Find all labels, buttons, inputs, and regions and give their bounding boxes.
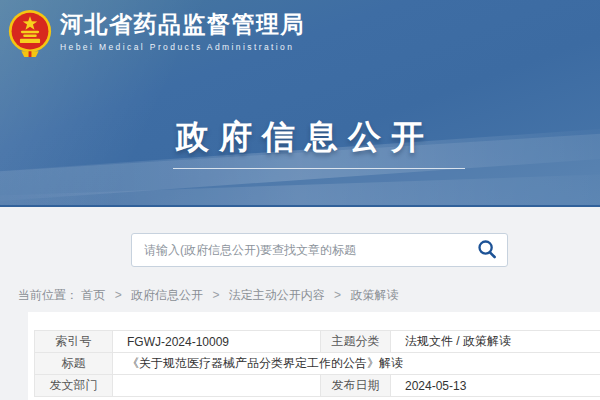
search-input[interactable]: [132, 234, 467, 266]
table-row: 发文部门 发布日期 2024-05-13: [35, 375, 600, 397]
document-card: 索引号 FGWJ-2024-10009 主题分类 法规文件 / 政策解读 标题 …: [28, 312, 600, 400]
breadcrumb: 当前位置： 首页 > 政府信息公开 > 法定主动公开内容 > 政策解读: [18, 287, 600, 304]
breadcrumb-item-statutory-disclosure[interactable]: 法定主动公开内容: [229, 288, 325, 302]
subject-category-label: 主题分类: [321, 331, 391, 353]
national-emblem-icon: [7, 9, 53, 63]
title-label: 标题: [35, 353, 113, 375]
breadcrumb-label: 当前位置：: [18, 288, 78, 302]
issuing-department-value: [113, 375, 321, 397]
issuing-department-label: 发文部门: [35, 375, 113, 397]
site-title-english: Hebei Medical Products Administration: [60, 42, 305, 52]
banner-wave-decor: [0, 173, 600, 207]
table-row: 标题 《关于规范医疗器械产品分类界定工作的公告》解读: [35, 353, 600, 375]
publish-date-value: 2024-05-13: [391, 375, 600, 397]
table-row: 索引号 FGWJ-2024-10009 主题分类 法规文件 / 政策解读: [35, 331, 600, 353]
banner-divider: [173, 168, 465, 169]
search-section: [0, 207, 600, 267]
breadcrumb-separator: >: [334, 288, 341, 302]
title-value[interactable]: 《关于规范医疗器械产品分类界定工作的公告》解读: [113, 353, 600, 375]
page-banner: 河北省药品监督管理局 Hebei Medical Products Admini…: [0, 0, 600, 207]
breadcrumb-item-gov-info[interactable]: 政府信息公开: [131, 288, 203, 302]
publish-date-label: 发布日期: [321, 375, 391, 397]
breadcrumb-item-policy-interpretation[interactable]: 政策解读: [350, 288, 398, 302]
search-box: [131, 233, 508, 267]
breadcrumb-separator: >: [115, 288, 122, 302]
index-number-label: 索引号: [35, 331, 113, 353]
document-meta-table: 索引号 FGWJ-2024-10009 主题分类 法规文件 / 政策解读 标题 …: [34, 330, 600, 397]
breadcrumb-separator: >: [212, 288, 219, 302]
site-title: 河北省药品监督管理局: [60, 9, 305, 39]
search-button[interactable]: [467, 234, 507, 266]
subject-category-value: 法规文件 / 政策解读: [391, 331, 600, 353]
site-header[interactable]: 河北省药品监督管理局 Hebei Medical Products Admini…: [7, 9, 305, 63]
page-title: 政府信息公开: [0, 115, 600, 160]
search-icon: [477, 239, 497, 262]
breadcrumb-item-home[interactable]: 首页: [81, 288, 105, 302]
index-number-value: FGWJ-2024-10009: [113, 331, 321, 353]
